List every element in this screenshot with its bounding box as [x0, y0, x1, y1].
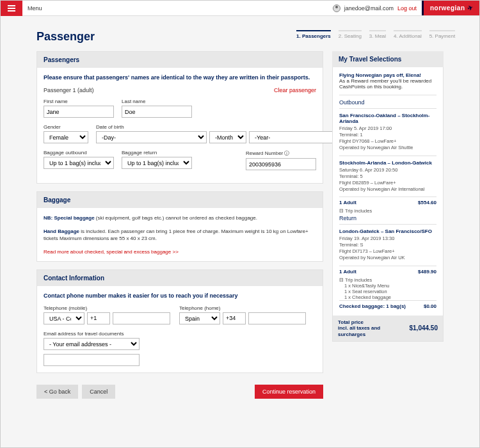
gender-label: Gender: [44, 124, 88, 130]
baggage-link[interactable]: Read more about checked, special and exc…: [44, 249, 179, 255]
user-icon: [333, 4, 340, 12]
cancel-button[interactable]: Cancel: [82, 385, 115, 399]
leg-1: San Francisco-Oakland – Stockholm-Arland…: [339, 108, 436, 156]
logout-link[interactable]: Log out: [397, 5, 417, 12]
bag-ret-label: Baggage return: [122, 150, 192, 156]
dob-month[interactable]: -Month-: [209, 131, 246, 143]
step-additional[interactable]: 4. Additional: [394, 30, 422, 39]
bag-ret-select[interactable]: Up to 1 bag(s) included: [122, 157, 192, 169]
leg-2: Stockholm-Arlanda – London-Gatwick Satur…: [339, 156, 436, 197]
action-row: < Go back Cancel Continue reservation: [36, 385, 323, 399]
clear-passenger-link[interactable]: Clear passenger: [274, 87, 316, 93]
total-block: Total priceincl. all taxes and surcharge…: [333, 316, 443, 342]
continue-button[interactable]: Continue reservation: [255, 385, 323, 399]
tel-mobile-num[interactable]: [113, 312, 170, 324]
reward-msg: Flying Norwegian pays off, Elena! As a R…: [339, 72, 436, 90]
passenger-label: Passenger 1 (adult): [44, 87, 94, 93]
outbound-price: 1 Adult$554.60: [339, 196, 436, 208]
passengers-heading: Passengers: [37, 52, 323, 68]
side-heading: My Travel Selections: [332, 51, 444, 67]
tel-home-label: Telephone (home): [179, 305, 306, 311]
email-input[interactable]: [44, 354, 140, 366]
first-name-label: First name: [44, 99, 114, 104]
contact-intro: Contact phone number makes it easier for…: [44, 292, 316, 299]
dob-label: Date of birth: [96, 124, 207, 130]
contact-heading: Contact Information: [37, 270, 323, 286]
email-select[interactable]: - Your email addresses -: [44, 338, 140, 350]
baggage-heading: Baggage: [37, 192, 323, 208]
user-area: janedoe@mail.com Log out: [333, 1, 422, 15]
tel-home-dial[interactable]: [223, 312, 246, 324]
step-nav: 1. Passengers 2. Seating 3. Meal 4. Addi…: [296, 30, 444, 39]
reward-input[interactable]: [246, 158, 316, 170]
user-email: janedoe@mail.com: [344, 5, 394, 12]
tel-home-num[interactable]: [248, 312, 306, 324]
tel-home-cc[interactable]: Spain: [179, 312, 220, 324]
return-title: Return: [339, 215, 436, 221]
checked-bag-row: Checked baggage: 1 bag(s)$0.00: [339, 300, 436, 312]
travel-selections-sidebar: My Travel Selections Flying Norwegian pa…: [332, 51, 444, 399]
return-includes[interactable]: ⊟ Trip includes: [339, 277, 436, 283]
baggage-nb: NB: Special baggage (ski equipment, golf…: [44, 214, 316, 221]
last-name-label: Last name: [122, 99, 192, 104]
return-price: 1 Adult$489.90: [339, 266, 436, 277]
plane-icon: ✈: [467, 4, 474, 12]
passport-notice: Please ensure that passengers' names are…: [44, 74, 316, 81]
page-title: Passenger: [36, 30, 95, 44]
tel-mobile-cc[interactable]: USA - Country: [44, 312, 84, 324]
email-docs-label: Email address for travel documents: [44, 331, 316, 337]
last-name-input[interactable]: [122, 106, 192, 118]
brand-logo: norwegian✈: [422, 1, 479, 15]
leg-3: London-Gatwick – San Francisco/SFO Frida…: [339, 224, 436, 266]
menu-icon[interactable]: [1, 1, 22, 16]
step-passengers[interactable]: 1. Passengers: [296, 30, 331, 39]
step-payment[interactable]: 5. Payment: [429, 30, 455, 39]
bag-out-select[interactable]: Up to 1 bag(s) included: [44, 157, 114, 169]
dob-day[interactable]: -Day-: [96, 131, 207, 143]
outbound-title: Outbound: [339, 95, 436, 106]
baggage-hand: Hand Baggage is included. Each passenger…: [44, 228, 316, 242]
tel-mobile-label: Telephone (mobile): [44, 305, 170, 311]
first-name-input[interactable]: [44, 106, 114, 118]
passengers-panel: Passengers Please ensure that passengers…: [36, 51, 323, 184]
tel-mobile-dial[interactable]: [87, 312, 110, 324]
app-header: Menu janedoe@mail.com Log out norwegian✈: [1, 1, 479, 16]
gender-select[interactable]: Female: [44, 131, 88, 143]
step-meal[interactable]: 3. Meal: [369, 30, 386, 39]
bag-out-label: Baggage outbound: [44, 150, 114, 156]
step-seating[interactable]: 2. Seating: [339, 30, 362, 39]
outbound-includes[interactable]: ⊟ Trip includes: [339, 208, 436, 214]
contact-panel: Contact Information Contact phone number…: [36, 269, 323, 373]
reward-label: Reward Number ⓘ: [246, 150, 316, 157]
includes-list: 1 x Nice&Tasty Menu1 x Seat reservation1…: [339, 283, 436, 300]
back-button[interactable]: < Go back: [36, 385, 78, 399]
baggage-panel: Baggage NB: Special baggage (ski equipme…: [36, 191, 323, 262]
menu-label[interactable]: Menu: [22, 5, 42, 12]
